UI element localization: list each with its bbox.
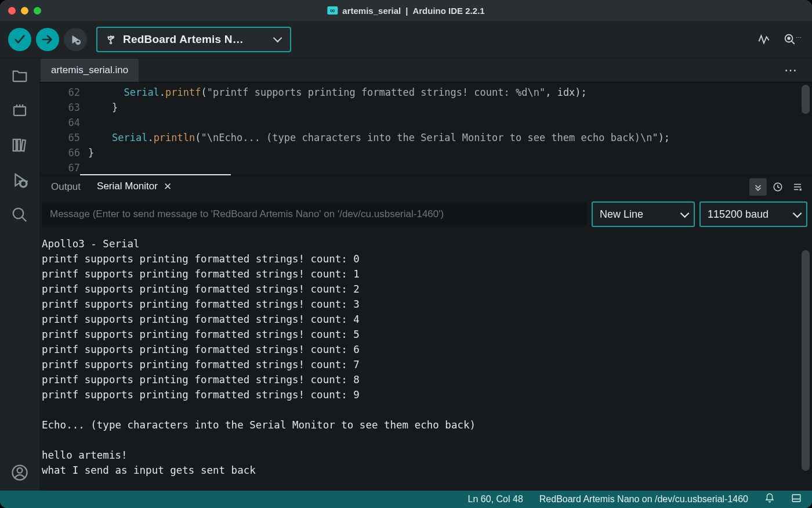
code-editor[interactable]: 626364656667 Serial.printf("printf suppo… (39, 82, 812, 175)
title-bar: artemis_serial | Arduino IDE 2.2.1 (0, 0, 812, 21)
panel-tab-strip: Output Serial Monitor ✕ (39, 175, 812, 198)
svg-rect-17 (21, 140, 26, 151)
activity-bar (0, 59, 39, 491)
serial-plotter-button[interactable] (757, 33, 770, 47)
svg-rect-15 (13, 139, 16, 151)
usb-icon (106, 34, 116, 45)
title-app: Arduino IDE 2.2.1 (412, 6, 484, 16)
debug-sidebar-icon[interactable] (10, 170, 30, 190)
zoom-window-button[interactable] (34, 7, 41, 15)
serial-output-text: Apollo3 - Serial printf supports printin… (42, 238, 476, 476)
library-manager-icon[interactable] (10, 135, 30, 155)
arduino-logo-icon (327, 6, 338, 15)
svg-rect-11 (14, 107, 26, 116)
editor-scrollbar[interactable] (802, 85, 810, 114)
board-selector[interactable]: RedBoard Artemis N… (96, 27, 291, 52)
editor-tab-strip: artemis_serial.ino ⋯ (39, 59, 812, 82)
baud-rate-label: 115200 baud (708, 208, 768, 221)
board-selector-label: RedBoard Artemis N… (123, 33, 244, 46)
debug-button[interactable] (64, 28, 87, 51)
code-content: Serial.printf("printf supports printing … (88, 82, 812, 175)
svg-point-10 (788, 37, 790, 39)
line-gutter: 626364656667 (39, 82, 88, 175)
main-area: artemis_serial.ino ⋯ 626364656667 Serial… (39, 59, 812, 491)
cursor-position[interactable]: Ln 60, Col 48 (468, 494, 523, 505)
window-title: artemis_serial | Arduino IDE 2.2.1 (327, 6, 484, 16)
account-icon[interactable] (10, 463, 30, 482)
notifications-icon[interactable] (764, 493, 775, 506)
serial-send-row: New Line 115200 baud (39, 198, 812, 230)
serial-monitor-toggle-button[interactable]: ⋯ (783, 33, 804, 47)
svg-line-9 (792, 41, 795, 44)
svg-point-7 (108, 37, 109, 38)
timestamp-toggle-icon[interactable] (769, 178, 786, 196)
file-tab[interactable]: artemis_serial.ino (41, 59, 139, 82)
tab-output[interactable]: Output (43, 176, 89, 198)
verify-button[interactable] (8, 28, 31, 51)
svg-point-26 (17, 468, 23, 473)
serial-message-input[interactable] (42, 203, 587, 226)
svg-point-23 (13, 208, 24, 219)
line-ending-select[interactable]: New Line (592, 201, 695, 227)
svg-rect-16 (17, 139, 20, 151)
baud-rate-select[interactable]: 115200 baud (699, 201, 807, 227)
serial-scrollbar[interactable] (802, 250, 810, 471)
chevron-down-icon (273, 35, 280, 44)
search-icon[interactable] (10, 205, 30, 225)
close-serial-tab-icon[interactable]: ✕ (164, 181, 172, 193)
title-sketch: artemis_serial (342, 6, 401, 16)
board-port-info[interactable]: RedBoard Artemis Nano on /dev/cu.usbseri… (539, 494, 748, 505)
editor-more-icon[interactable]: ⋯ (784, 63, 798, 78)
svg-line-24 (22, 217, 27, 222)
clear-output-icon[interactable] (789, 178, 806, 196)
status-bar: Ln 60, Col 48 RedBoard Artemis Nano on /… (0, 491, 812, 508)
traffic-lights (8, 7, 41, 15)
tab-underline (80, 174, 231, 175)
close-window-button[interactable] (8, 7, 16, 15)
tab-serial-monitor[interactable]: Serial Monitor ✕ (89, 175, 180, 199)
chevron-down-icon (793, 208, 799, 221)
minimize-window-button[interactable] (21, 7, 28, 15)
line-ending-label: New Line (600, 208, 643, 221)
upload-button[interactable] (36, 28, 59, 51)
chevron-down-icon (680, 208, 687, 221)
serial-output[interactable]: Apollo3 - Serial printf supports printin… (39, 230, 812, 491)
svg-rect-33 (792, 495, 800, 502)
title-sep: | (405, 6, 408, 16)
boards-manager-icon[interactable] (10, 100, 30, 120)
toolbar-right: ⋯ (757, 33, 804, 47)
app-body: artemis_serial.ino ⋯ 626364656667 Serial… (0, 59, 812, 491)
autoscroll-toggle-icon[interactable] (749, 178, 767, 196)
main-toolbar: RedBoard Artemis N… ⋯ (0, 21, 812, 59)
sketchbook-icon[interactable] (10, 66, 30, 85)
close-panel-icon[interactable] (791, 493, 802, 506)
app-window: artemis_serial | Arduino IDE 2.2.1 RedBo… (0, 0, 812, 508)
bottom-panel: Output Serial Monitor ✕ (39, 175, 812, 491)
file-tab-label: artemis_serial.ino (51, 64, 128, 75)
